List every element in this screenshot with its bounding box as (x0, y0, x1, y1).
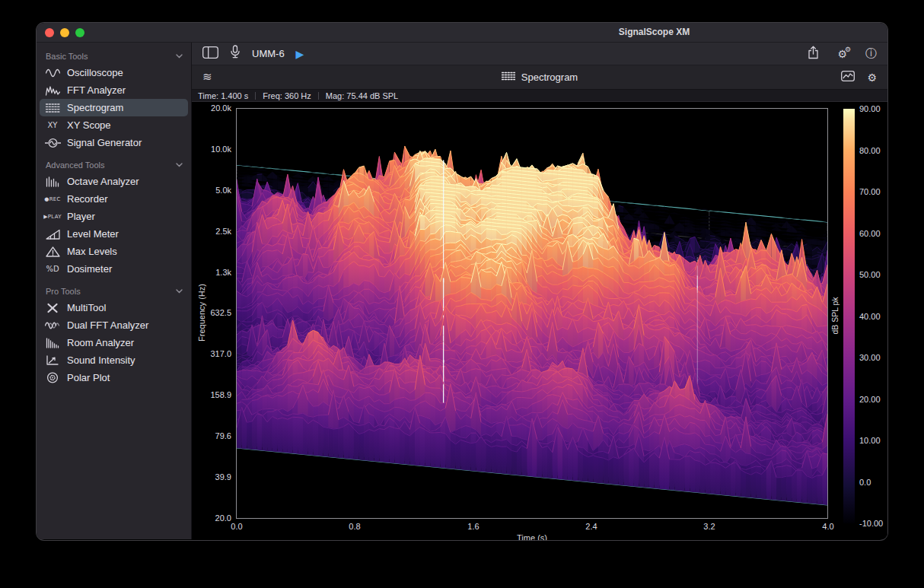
view-toolbar: ≋ Spectrogram ⚙ (192, 65, 887, 90)
share-icon[interactable] (808, 46, 819, 62)
sidebar-item-label: Room Analyzer (67, 337, 134, 348)
level-meter-icon (43, 229, 62, 240)
device-label[interactable]: UMM-6 (252, 48, 285, 59)
sidebar-item-label: Level Meter (67, 228, 119, 240)
sidebar-item-xy-scope[interactable]: XY XY Scope (40, 116, 188, 134)
sidebar-item-label: Dosimeter (67, 263, 112, 275)
section-label: Pro Tools (46, 287, 81, 296)
sidebar-item-dual-fft-analyzer[interactable]: Dual FFT Analyzer (40, 316, 188, 334)
plot-frame (236, 108, 828, 519)
dual-fft-icon (43, 320, 62, 331)
info-icon[interactable]: ⓘ (865, 48, 877, 59)
window-title: SignalScope XM (421, 23, 887, 43)
sidebar-item-label: MultiTool (67, 302, 106, 313)
desktop: SignalScope XM Basic Tools Oscilloscope (0, 0, 924, 588)
divider (255, 92, 256, 100)
section-header-advanced-tools[interactable]: Advanced Tools (37, 157, 191, 173)
sidebar-item-max-levels[interactable]: Max Levels (40, 243, 188, 260)
signal-generator-icon (43, 138, 62, 148)
sidebar-item-label: FFT Analyzer (67, 84, 126, 96)
spectrogram-title-icon (502, 72, 515, 83)
main-content: UMM-6 ▶ ⚙⚙ ⓘ ≋ (192, 43, 887, 539)
x-tick: 1.6 (467, 522, 479, 531)
sidebar-item-room-analyzer[interactable]: Room Analyzer (40, 334, 188, 351)
sidebar-item-label: XY Scope (67, 119, 111, 131)
titlebar: SignalScope XM (37, 23, 887, 43)
minimize-button[interactable] (60, 28, 69, 37)
x-tick: 0.0 (231, 522, 242, 531)
x-tick: 2.4 (585, 522, 597, 531)
sidebar-section-pro-tools: Pro Tools MultiTool Dual FFT Analyz (37, 283, 191, 386)
player-icon: ▶PLAY (43, 214, 62, 220)
chevron-down-icon[interactable] (176, 54, 183, 59)
fft-analyzer-icon (43, 85, 62, 96)
sidebar-item-dosimeter[interactable]: %D Dosimeter (40, 260, 188, 278)
x-axis-label: Time (s) (517, 533, 547, 540)
microphone-icon[interactable] (230, 45, 241, 62)
section-label: Advanced Tools (46, 161, 104, 170)
sidebar-item-sound-intensity[interactable]: Sound Intensity (40, 351, 188, 369)
octave-analyzer-icon (43, 176, 62, 187)
section-header-pro-tools[interactable]: Pro Tools (37, 283, 191, 299)
sidebar-item-fft-analyzer[interactable]: FFT Analyzer (40, 81, 188, 99)
recorder-icon: ●REC (43, 196, 62, 202)
polar-plot-icon (43, 372, 62, 383)
section-label: Basic Tools (46, 52, 88, 61)
section-header-basic-tools[interactable]: Basic Tools (37, 48, 191, 64)
dosimeter-icon: %D (43, 265, 62, 273)
sidebar-item-label: Oscilloscope (67, 67, 123, 78)
sidebar-item-label: Max Levels (67, 246, 117, 257)
sidebar-item-label: Player (67, 211, 95, 222)
chevron-down-icon[interactable] (176, 289, 183, 294)
cursor-mag: Mag: 75.44 dB SPL (326, 91, 398, 100)
x-tick: 0.8 (349, 522, 360, 531)
waterfall-view-icon[interactable]: ≋ (202, 72, 212, 83)
sidebar-item-label: Signal Generator (67, 137, 142, 148)
sidebar-item-recorder[interactable]: ●REC Recorder (40, 190, 188, 208)
view-title: Spectrogram (521, 72, 578, 83)
sidebar-item-signal-generator[interactable]: Signal Generator (40, 134, 188, 151)
sidebar-section-basic-tools: Basic Tools Oscilloscope FFT Analyz (37, 48, 191, 151)
cursor-status-bar: Time: 1.400 s Freq: 360 Hz Mag: 75.44 dB… (192, 90, 887, 102)
chevron-down-icon[interactable] (176, 163, 183, 167)
traffic-lights (45, 28, 84, 37)
sidebar-item-label: Polar Plot (67, 372, 110, 383)
cursor-freq: Freq: 360 Hz (263, 91, 311, 100)
chart-view-icon[interactable] (841, 71, 855, 84)
multitool-icon (43, 303, 62, 313)
sidebar-item-player[interactable]: ▶PLAY Player (40, 208, 188, 225)
spectrogram-icon (43, 103, 62, 113)
xy-scope-icon: XY (43, 121, 62, 129)
waterfall-canvas[interactable] (237, 109, 827, 518)
sidebar-item-label: Recorder (67, 193, 107, 205)
cursor-time: Time: 1.400 s (198, 91, 248, 100)
divider (318, 92, 319, 100)
sidebar-item-multitool[interactable]: MultiTool (40, 299, 188, 316)
app-window: SignalScope XM Basic Tools Oscilloscope (37, 23, 887, 540)
sidebar-item-oscilloscope[interactable]: Oscilloscope (40, 64, 188, 81)
sidebar-item-spectrogram[interactable]: Spectrogram (40, 99, 188, 116)
gear-icon[interactable]: ⚙ (867, 72, 877, 83)
sound-intensity-icon (43, 355, 62, 366)
sidebar-item-polar-plot[interactable]: Polar Plot (40, 369, 188, 386)
colorbar (843, 109, 855, 523)
sidebar-toggle-button[interactable] (202, 46, 218, 62)
oscilloscope-icon (43, 68, 62, 78)
zoom-button[interactable] (75, 28, 84, 37)
y-axis-ticks: 20.0k10.0k 5.0k2.5k 1.3k632.5 317.0158.9… (192, 104, 231, 523)
sidebar-item-label: Dual FFT Analyzer (67, 319, 148, 331)
sidebar-item-label: Octave Analyzer (67, 176, 139, 187)
close-button[interactable] (45, 28, 54, 37)
plot-region: Frequency (Hz) 20.0k10.0k 5.0k2.5k 1.3k6… (192, 102, 887, 539)
sidebar-item-octave-analyzer[interactable]: Octave Analyzer (40, 173, 188, 190)
x-tick: 3.2 (703, 522, 715, 531)
settings-gears-icon[interactable]: ⚙⚙ (837, 49, 847, 59)
play-button[interactable]: ▶ (296, 49, 304, 59)
colorbar-axis-label: dB SPL pk (830, 297, 840, 334)
sidebar-section-advanced-tools: Advanced Tools Octave Analyzer ●REC Reco… (37, 157, 191, 278)
sidebar-item-level-meter[interactable]: Level Meter (40, 225, 188, 243)
toolbar: UMM-6 ▶ ⚙⚙ ⓘ (192, 43, 887, 65)
room-analyzer-icon (43, 338, 62, 348)
sidebar: Basic Tools Oscilloscope FFT Analyz (37, 43, 192, 539)
sidebar-item-label: Sound Intensity (67, 354, 135, 366)
